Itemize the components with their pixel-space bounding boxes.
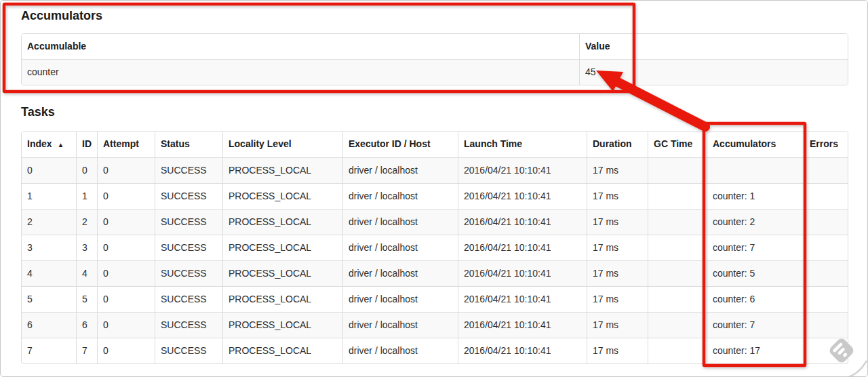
tasks-col-id[interactable]: ID bbox=[76, 132, 97, 157]
accumulators-header-row: Accumulable Value bbox=[22, 34, 848, 59]
cell-attempt: 0 bbox=[97, 338, 155, 363]
cell-duration: 17 ms bbox=[587, 260, 648, 286]
tasks-col-errors[interactable]: Errors bbox=[804, 132, 848, 157]
cell-status: SUCCESS bbox=[155, 312, 222, 338]
tasks-section-title: Tasks bbox=[21, 104, 847, 119]
sort-ascending-icon: ▲ bbox=[58, 141, 64, 148]
screenshot-frame: Accumulators Accumulable Value counter 4… bbox=[0, 0, 868, 377]
cell-duration: 17 ms bbox=[587, 183, 648, 209]
cell-id: 0 bbox=[76, 157, 97, 183]
tasks-table: Index▲IDAttemptStatusLocality LevelExecu… bbox=[21, 131, 848, 364]
cell-locality-level: PROCESS_LOCAL bbox=[222, 183, 342, 209]
tasks-col-locality-level[interactable]: Locality Level bbox=[222, 132, 342, 157]
cell-locality-level: PROCESS_LOCAL bbox=[222, 338, 342, 363]
tasks-col-gc-time[interactable]: GC Time bbox=[648, 132, 707, 157]
cell-gc-time bbox=[648, 312, 707, 338]
cell-launch-time: 2016/04/21 10:10:41 bbox=[458, 157, 587, 183]
cell-duration: 17 ms bbox=[587, 338, 648, 363]
cell-executor-id-host: driver / localhost bbox=[342, 260, 458, 286]
cell-status: SUCCESS bbox=[155, 286, 222, 312]
cell-id: 4 bbox=[76, 260, 97, 286]
cell-id: 7 bbox=[76, 338, 97, 363]
cell-gc-time bbox=[648, 209, 707, 235]
cell-errors bbox=[804, 286, 848, 312]
tasks-col-executor-id-host[interactable]: Executor ID / Host bbox=[342, 132, 458, 157]
tasks-col-duration[interactable]: Duration bbox=[587, 132, 648, 157]
cell-status: SUCCESS bbox=[155, 338, 222, 363]
cell-executor-id-host: driver / localhost bbox=[342, 209, 458, 235]
cell-index: 7 bbox=[22, 338, 76, 363]
accumulators-section: Accumulators Accumulable Value counter 4… bbox=[21, 8, 847, 85]
cell-gc-time bbox=[648, 183, 707, 209]
cell-executor-id-host: driver / localhost bbox=[342, 235, 458, 260]
cell-launch-time: 2016/04/21 10:10:41 bbox=[458, 183, 587, 209]
tasks-section: Tasks Index▲IDAttemptStatusLocality Leve… bbox=[21, 104, 847, 364]
cell-accumulators bbox=[707, 157, 804, 183]
cell-executor-id-host: driver / localhost bbox=[342, 183, 458, 209]
tasks-header-row: Index▲IDAttemptStatusLocality LevelExecu… bbox=[22, 132, 848, 157]
cell-value: 45 bbox=[579, 59, 848, 85]
cell-accumulators: counter: 5 bbox=[707, 260, 804, 286]
cell-index: 5 bbox=[22, 286, 76, 312]
cell-id: 5 bbox=[76, 286, 97, 312]
cell-attempt: 0 bbox=[97, 183, 155, 209]
cell-gc-time bbox=[648, 338, 707, 363]
accumulators-table: Accumulable Value counter 45 bbox=[21, 33, 848, 85]
cell-accumulators: counter: 6 bbox=[707, 286, 804, 312]
cell-index: 1 bbox=[22, 183, 76, 209]
cell-executor-id-host: driver / localhost bbox=[342, 312, 458, 338]
cell-executor-id-host: driver / localhost bbox=[342, 286, 458, 312]
cell-errors bbox=[804, 209, 848, 235]
cell-duration: 17 ms bbox=[587, 235, 648, 260]
cell-status: SUCCESS bbox=[155, 183, 222, 209]
cell-launch-time: 2016/04/21 10:10:41 bbox=[458, 260, 587, 286]
task-row-6: 660SUCCESSPROCESS_LOCALdriver / localhos… bbox=[22, 312, 848, 338]
cell-duration: 17 ms bbox=[587, 286, 648, 312]
cell-index: 3 bbox=[22, 235, 76, 260]
cell-index: 0 bbox=[22, 157, 76, 183]
cell-status: SUCCESS bbox=[155, 235, 222, 260]
accumulators-col-accumulable: Accumulable bbox=[22, 34, 579, 59]
cell-attempt: 0 bbox=[97, 312, 155, 338]
task-row-3: 330SUCCESSPROCESS_LOCALdriver / localhos… bbox=[22, 235, 848, 260]
cell-id: 2 bbox=[76, 209, 97, 235]
cell-executor-id-host: driver / localhost bbox=[342, 338, 458, 363]
cell-attempt: 0 bbox=[97, 157, 155, 183]
task-row-0: 000SUCCESSPROCESS_LOCALdriver / localhos… bbox=[22, 157, 848, 183]
task-row-1: 110SUCCESSPROCESS_LOCALdriver / localhos… bbox=[22, 183, 848, 209]
accumulators-section-title: Accumulators bbox=[21, 8, 847, 23]
cell-index: 2 bbox=[22, 209, 76, 235]
cell-status: SUCCESS bbox=[155, 157, 222, 183]
tasks-col-index[interactable]: Index▲ bbox=[22, 132, 76, 157]
cell-attempt: 0 bbox=[97, 235, 155, 260]
tasks-col-launch-time[interactable]: Launch Time bbox=[458, 132, 587, 157]
cell-accumulators: counter: 17 bbox=[707, 338, 804, 363]
cell-locality-level: PROCESS_LOCAL bbox=[222, 157, 342, 183]
tasks-col-accumulators[interactable]: Accumulators bbox=[707, 132, 804, 157]
cell-attempt: 0 bbox=[97, 260, 155, 286]
cell-accumulators: counter: 7 bbox=[707, 312, 804, 338]
cell-id: 1 bbox=[76, 183, 97, 209]
page-content: Accumulators Accumulable Value counter 4… bbox=[21, 1, 847, 364]
cell-errors bbox=[804, 312, 848, 338]
cell-locality-level: PROCESS_LOCAL bbox=[222, 209, 342, 235]
cell-locality-level: PROCESS_LOCAL bbox=[222, 286, 342, 312]
tasks-col-attempt[interactable]: Attempt bbox=[97, 132, 155, 157]
feedly-logo-icon bbox=[827, 336, 856, 368]
cell-accumulators: counter: 7 bbox=[707, 235, 804, 260]
cell-accumulators: counter: 1 bbox=[707, 183, 804, 209]
cell-locality-level: PROCESS_LOCAL bbox=[222, 235, 342, 260]
cell-attempt: 0 bbox=[97, 209, 155, 235]
cell-index: 6 bbox=[22, 312, 76, 338]
cell-duration: 17 ms bbox=[587, 209, 648, 235]
tasks-col-status[interactable]: Status bbox=[155, 132, 222, 157]
cell-accumulable: counter bbox=[22, 59, 579, 85]
cell-id: 6 bbox=[76, 312, 97, 338]
cell-errors bbox=[804, 183, 848, 209]
cell-errors bbox=[804, 260, 848, 286]
cell-attempt: 0 bbox=[97, 286, 155, 312]
column-label: Index bbox=[27, 138, 52, 149]
cell-locality-level: PROCESS_LOCAL bbox=[222, 260, 342, 286]
accumulator-row: counter 45 bbox=[22, 59, 848, 85]
cell-gc-time bbox=[648, 235, 707, 260]
